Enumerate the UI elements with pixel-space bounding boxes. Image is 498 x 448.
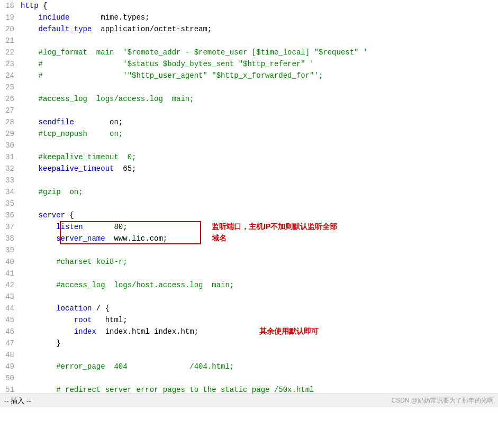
code-line-39: 39	[0, 244, 498, 256]
editor-mode: -- 插入 --	[4, 396, 31, 406]
code-line-40: 40 #charset koi8-r;	[0, 256, 498, 268]
code-line-50: 50	[0, 372, 498, 384]
status-bar: -- 插入 -- CSDN @奶奶常说要为了那年的光啊	[0, 394, 498, 407]
code-line-28: 28 sendfile on;	[0, 116, 498, 128]
code-lines: 18 http { 19 include mime.types; 20 defa…	[0, 0, 498, 407]
code-line-47: 47 }	[0, 337, 498, 349]
line-46-region: 其余使用默认即可 46 index index.html index.htm;	[0, 326, 498, 337]
code-line-49: 49 #error_page 404 /404.html;	[0, 361, 498, 372]
code-line-23: 23 # '$status $body_bytes_sent "$http_re…	[0, 58, 498, 70]
code-line-41: 41	[0, 268, 498, 279]
csdn-watermark: CSDN @奶奶常说要为了那年的光啊	[391, 396, 494, 405]
code-line-34: 34 #gzip on;	[0, 186, 498, 198]
code-editor: 18 http { 19 include mime.types; 20 defa…	[0, 0, 498, 407]
code-line-30: 30	[0, 140, 498, 151]
code-line-19: 19 include mime.types;	[0, 12, 498, 23]
code-line-20: 20 default_type application/octet-stream…	[0, 23, 498, 35]
code-line-18: 18 http {	[0, 0, 498, 12]
code-line-22: 22 #log_format main '$remote_addr - $rem…	[0, 47, 498, 58]
code-line-42: 42 #access_log logs/host.access.log main…	[0, 279, 498, 291]
code-line-43: 43	[0, 291, 498, 303]
code-line-24: 24 # '"$http_user_agent" "$http_x_forwar…	[0, 70, 498, 81]
code-line-33: 33	[0, 175, 498, 186]
code-line-31: 31 #keepalive_timeout 0;	[0, 151, 498, 163]
code-line-44: 44 location / {	[0, 303, 498, 314]
code-line-37: 37 listen 80;	[0, 221, 498, 233]
code-line-25: 25	[0, 81, 498, 93]
code-line-38: 38 server_name www.lic.com;	[0, 233, 498, 244]
code-line-36: 36 server {	[0, 209, 498, 221]
highlighted-region: 监听端口，主机IP不加则默认监听全部 域名 37 listen 80; 38 s…	[0, 221, 498, 244]
code-line-48: 48	[0, 349, 498, 361]
code-line-32: 32 keepalive_timeout 65;	[0, 163, 498, 175]
code-line-35: 35	[0, 198, 498, 209]
code-line-27: 27	[0, 105, 498, 116]
code-line-46: 46 index index.html index.htm;	[0, 326, 498, 337]
code-line-45: 45 root html;	[0, 314, 498, 326]
code-line-21: 21	[0, 35, 498, 47]
code-line-29: 29 #tcp_nopush on;	[0, 128, 498, 140]
code-line-26: 26 #access_log logs/access.log main;	[0, 93, 498, 105]
